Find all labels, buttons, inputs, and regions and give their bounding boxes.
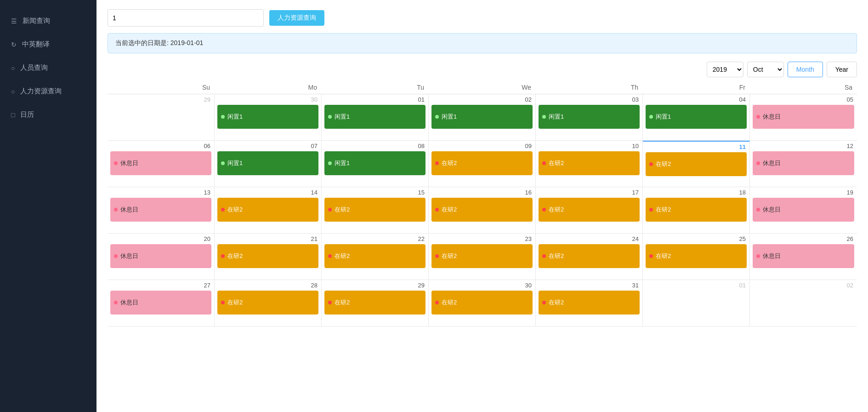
calendar-cell[interactable]: 16在研2: [429, 187, 536, 233]
calendar-event[interactable]: 在研2: [539, 198, 640, 222]
calendar-cell[interactable]: 02: [750, 280, 857, 326]
calendar-cell[interactable]: 31在研2: [536, 280, 643, 326]
calendar-cell[interactable]: 06休息日: [108, 141, 215, 187]
sidebar-item-news[interactable]: ☰新闻查询: [0, 9, 96, 33]
calendar-cell[interactable]: 26休息日: [750, 234, 857, 280]
calendar-event[interactable]: 在研2: [431, 198, 533, 222]
sidebar-item-person[interactable]: ○人员查询: [0, 56, 96, 80]
calendar-cell[interactable]: 21在研2: [215, 234, 322, 280]
calendar-event[interactable]: 休息日: [753, 244, 854, 268]
cal-date-number: 11: [646, 143, 747, 150]
calendar-event[interactable]: 在研2: [646, 244, 747, 268]
calendar-cell[interactable]: 29: [108, 94, 215, 140]
calendar-cell[interactable]: 23在研2: [429, 234, 536, 280]
calendar-cell[interactable]: 17在研2: [536, 187, 643, 233]
calendar-cell[interactable]: 25在研2: [643, 234, 750, 280]
hr-query-button[interactable]: 人力资源查询: [269, 10, 324, 26]
event-label: 在研2: [549, 159, 564, 167]
calendar-cell[interactable]: 10在研2: [536, 141, 643, 187]
calendar-cell[interactable]: 30在研2: [429, 280, 536, 326]
sidebar-item-hr[interactable]: ○人力资源查询: [0, 80, 96, 103]
event-label: 休息日: [120, 252, 138, 260]
calendar-event[interactable]: 闲置1: [217, 105, 318, 129]
calendar-cell[interactable]: 02闲置1: [429, 94, 536, 140]
cal-date-number: 21: [217, 235, 318, 242]
calendar-event[interactable]: 在研2: [646, 198, 747, 222]
calendar-event[interactable]: 休息日: [753, 151, 854, 175]
cal-date-number: 31: [539, 282, 640, 289]
cal-date-number: 27: [110, 282, 211, 289]
calendar-cell[interactable]: 09在研2: [429, 141, 536, 187]
calendar-event[interactable]: 休息日: [110, 151, 211, 175]
calendar-event[interactable]: 休息日: [110, 198, 211, 222]
cal-date-number: 16: [431, 189, 533, 196]
calendar-event[interactable]: 闲置1: [539, 105, 640, 129]
calendar-cell[interactable]: 04闲置1: [643, 94, 750, 140]
calendar-event[interactable]: 在研2: [431, 151, 533, 175]
event-dot: [114, 301, 118, 304]
calendar-cell[interactable]: 08闲置1: [322, 141, 429, 187]
calendar-cell[interactable]: 15在研2: [322, 187, 429, 233]
calendar-event[interactable]: 在研2: [217, 291, 318, 315]
event-dot: [542, 161, 546, 165]
calendar-event[interactable]: 在研2: [431, 291, 533, 315]
calendar-event[interactable]: 在研2: [539, 291, 640, 315]
calendar-event[interactable]: 休息日: [110, 291, 211, 315]
calendar-event[interactable]: 在研2: [324, 244, 425, 268]
event-label: 休息日: [120, 206, 138, 214]
calendar-event[interactable]: 休息日: [753, 105, 854, 129]
year-select[interactable]: 2018 2019 2020: [707, 62, 743, 77]
event-dot: [649, 208, 653, 212]
sidebar-item-translate[interactable]: ↻中英翻译: [0, 33, 96, 56]
calendar-event[interactable]: 闲置1: [646, 105, 747, 129]
calendar-cell[interactable]: 14在研2: [215, 187, 322, 233]
cal-date-number: 08: [324, 143, 425, 149]
cal-week-2: 13休息日14在研215在研216在研217在研218在研219休息日: [108, 187, 857, 234]
calendar-event[interactable]: 闲置1: [324, 105, 425, 129]
calendar-cell[interactable]: 01: [643, 280, 750, 326]
calendar-event[interactable]: 在研2: [539, 151, 640, 175]
event-label: 闲置1: [227, 159, 243, 167]
calendar-event[interactable]: 闲置1: [217, 151, 318, 175]
search-input[interactable]: [108, 9, 264, 27]
year-view-button[interactable]: Year: [827, 62, 857, 77]
calendar-cell[interactable]: 18在研2: [643, 187, 750, 233]
calendar-cell[interactable]: 22在研2: [322, 234, 429, 280]
calendar-cell[interactable]: 13休息日: [108, 187, 215, 233]
calendar-event[interactable]: 在研2: [539, 244, 640, 268]
calendar-cell[interactable]: 19休息日: [750, 187, 857, 233]
calendar-cell[interactable]: 05休息日: [750, 94, 857, 140]
calendar-event[interactable]: 休息日: [110, 244, 211, 268]
calendar-event[interactable]: 休息日: [753, 198, 854, 222]
event-dot: [435, 301, 439, 304]
calendar-event[interactable]: 在研2: [217, 198, 318, 222]
calendar-event[interactable]: 在研2: [324, 291, 425, 315]
calendar-cell[interactable]: 11在研2: [643, 141, 750, 187]
calendar-cell[interactable]: 29在研2: [322, 280, 429, 326]
calendar-event[interactable]: 在研2: [324, 198, 425, 222]
calendar-cell[interactable]: 24在研2: [536, 234, 643, 280]
calendar-cell[interactable]: 20休息日: [108, 234, 215, 280]
calendar-cell[interactable]: 30闲置1: [215, 94, 322, 140]
calendar-event[interactable]: 在研2: [217, 244, 318, 268]
calendar-event[interactable]: 闲置1: [324, 151, 425, 175]
calendar-cell[interactable]: 28在研2: [215, 280, 322, 326]
calendar-cell[interactable]: 27休息日: [108, 280, 215, 326]
calendar-icon: □: [11, 111, 15, 119]
sidebar-item-calendar[interactable]: □日历: [0, 103, 96, 126]
month-select[interactable]: JanFebMarApr MayJunJulAug SepOctNovDec: [747, 62, 784, 77]
calendar-event[interactable]: 在研2: [431, 244, 533, 268]
cal-date-number: 18: [646, 189, 747, 196]
calendar-cell[interactable]: 01闲置1: [322, 94, 429, 140]
sidebar-label-hr: 人力资源查询: [20, 87, 62, 96]
cal-date-number: 28: [217, 282, 318, 289]
cal-date-number: 03: [539, 96, 640, 103]
calendar-event[interactable]: 在研2: [646, 152, 747, 176]
event-label: 休息日: [120, 159, 138, 167]
calendar-cell[interactable]: 07闲置1: [215, 141, 322, 187]
event-dot: [542, 301, 546, 304]
calendar-cell[interactable]: 12休息日: [750, 141, 857, 187]
calendar-event[interactable]: 闲置1: [431, 105, 533, 129]
calendar-cell[interactable]: 03闲置1: [536, 94, 643, 140]
month-view-button[interactable]: Month: [788, 62, 823, 77]
